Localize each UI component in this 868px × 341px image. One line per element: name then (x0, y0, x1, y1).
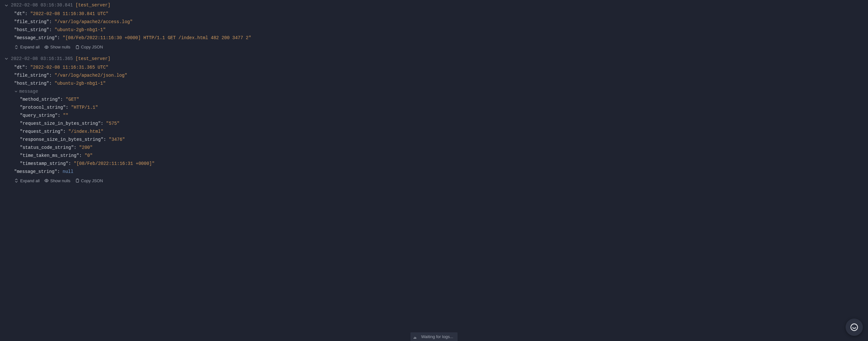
json-value: /index.html (71, 129, 101, 134)
json-field-row: "dt": "2022-02-08 11:16:31.365 UTC" (14, 64, 868, 71)
log-actions: Expand all Show nulls Copy JSON (14, 176, 868, 185)
clipboard-icon (75, 178, 80, 183)
action-label: Show nulls (50, 44, 70, 50)
json-field-row: "query_string": "" (20, 112, 868, 120)
json-field-row: "timestamp_string": "[08/Feb/2022:11:16:… (20, 160, 868, 168)
log-timestamp: 2022-02-08 03:16:31.365 (11, 56, 73, 62)
json-field-row: "host_string": "ubuntu-2gb-nbg1-1" (14, 26, 868, 34)
action-label: Show nulls (50, 178, 70, 184)
status-bar: Waiting for logs... (410, 332, 458, 341)
copy-json-button[interactable]: Copy JSON (75, 44, 103, 50)
log-entry: 2022-02-08 03:16:31.365 [test_server] "d… (0, 54, 868, 187)
chevron-down-icon (4, 3, 8, 7)
json-field-row: "dt": "2022-02-08 11:16:30.841 UTC" (14, 10, 868, 18)
chevron-down-icon (4, 57, 8, 61)
eye-icon (44, 178, 49, 183)
json-field-row: "response_size_in_bytes_string": "3476" (20, 136, 868, 144)
log-body: "dt": "2022-02-08 11:16:31.365 UTC" "fil… (0, 64, 868, 185)
json-field-row: "time_taken_ms_string": "0" (20, 152, 868, 160)
json-field-row: "status_code_string": "200" (20, 144, 868, 152)
json-value: 2022-02-08 11:16:31.365 UTC (33, 65, 106, 70)
expand-icon (14, 45, 19, 50)
expand-all-button[interactable]: Expand all (14, 44, 40, 50)
svg-point-2 (46, 180, 47, 181)
log-timestamp: 2022-02-08 03:16:30.841 (11, 2, 73, 9)
svg-point-4 (851, 324, 858, 331)
svg-point-0 (46, 46, 47, 48)
json-value: GET (68, 97, 76, 102)
expand-icon (14, 178, 19, 183)
nested-key-label: message (19, 88, 38, 95)
show-nulls-button[interactable]: Show nulls (44, 178, 70, 184)
json-value: [08/Feb/2022:11:16:30 +0000] HTTP/1.1 GE… (65, 35, 248, 40)
json-value: 2022-02-08 11:16:30.841 UTC (33, 11, 106, 17)
log-entry-header[interactable]: 2022-02-08 03:16:30.841 [test_server] (0, 1, 868, 10)
log-actions: Expand all Show nulls Copy JSON (14, 42, 868, 51)
action-label: Copy JSON (81, 44, 103, 50)
json-value: HTTP/1.1 (74, 105, 95, 110)
json-field-row: "file_string": "/var/log/apache2/access.… (14, 18, 868, 26)
json-value: [08/Feb/2022:11:16:31 +0000] (76, 161, 152, 166)
json-value: 575 (109, 121, 117, 126)
nested-field-toggle[interactable]: message (14, 88, 868, 96)
chat-icon (850, 323, 859, 332)
log-source-tag: [test_server] (75, 2, 110, 9)
log-body: "dt": "2022-02-08 11:16:30.841 UTC" "fil… (0, 10, 868, 51)
loading-spinner-icon (414, 334, 418, 339)
chat-support-button[interactable] (845, 318, 863, 336)
chevron-down-icon (14, 90, 18, 93)
json-field-row: "message_string": null (14, 168, 868, 176)
clipboard-icon (75, 45, 80, 50)
json-value: /var/log/apache2/access.log (57, 19, 130, 24)
json-value: ubuntu-2gb-nbg1-1 (57, 81, 103, 86)
json-field-row: "file_string": "/var/log/apache2/json.lo… (14, 71, 868, 80)
json-field-row: "message_string": "[08/Feb/2022:11:16:30… (14, 34, 868, 42)
copy-json-button[interactable]: Copy JSON (75, 178, 103, 184)
json-value: 200 (82, 145, 90, 150)
show-nulls-button[interactable]: Show nulls (44, 44, 70, 50)
json-field-row: "request_size_in_bytes_string": "575" (20, 120, 868, 128)
log-source-tag: [test_server] (75, 56, 110, 62)
json-field-row: "method_string": "GET" (20, 96, 868, 104)
json-field-row: "protocol_string": "HTTP/1.1" (20, 104, 868, 112)
log-entry-header[interactable]: 2022-02-08 03:16:31.365 [test_server] (0, 54, 868, 64)
log-entry: 2022-02-08 03:16:30.841 [test_server] "d… (0, 0, 868, 54)
json-value: /var/log/apache2/json.log (57, 73, 124, 78)
json-field-row: "request_string": "/index.html" (20, 128, 868, 136)
json-value: null (63, 169, 73, 174)
status-text: Waiting for logs... (421, 334, 454, 340)
eye-icon (44, 45, 49, 50)
action-label: Expand all (20, 44, 40, 50)
svg-rect-3 (76, 179, 79, 183)
expand-all-button[interactable]: Expand all (14, 178, 40, 184)
json-value: 3476 (112, 137, 123, 142)
json-value: ubuntu-2gb-nbg1-1 (57, 27, 103, 32)
json-value: 0 (87, 153, 90, 158)
nested-body: "method_string": "GET" "protocol_string"… (14, 96, 868, 168)
json-field-row: "host_string": "ubuntu-2gb-nbg1-1" (14, 80, 868, 88)
action-label: Copy JSON (81, 178, 103, 184)
action-label: Expand all (20, 178, 40, 184)
svg-rect-1 (76, 45, 79, 49)
